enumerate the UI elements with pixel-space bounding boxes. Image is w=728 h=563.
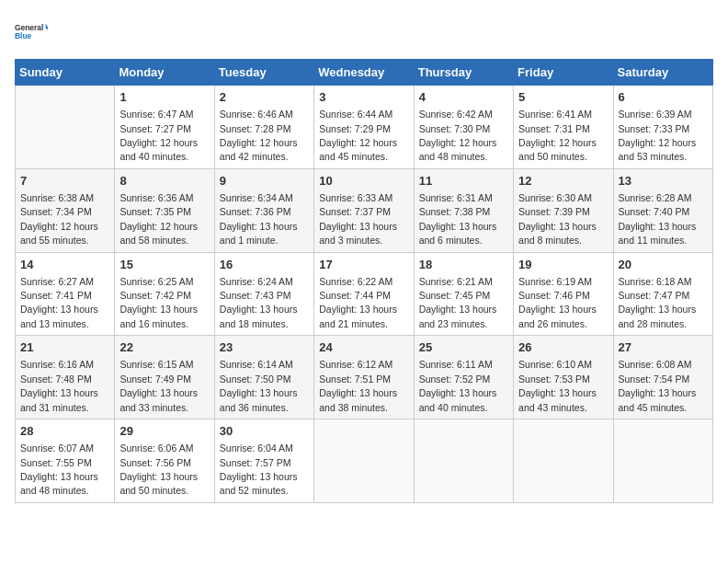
day-info: Sunrise: 6:42 AMSunset: 7:30 PMDaylight:…: [419, 109, 497, 162]
day-header-thursday: Thursday: [414, 60, 513, 86]
day-info: Sunrise: 6:44 AMSunset: 7:29 PMDaylight:…: [319, 109, 397, 162]
day-info: Sunrise: 6:41 AMSunset: 7:31 PMDaylight:…: [518, 109, 597, 162]
day-header-wednesday: Wednesday: [314, 60, 414, 86]
day-header-tuesday: Tuesday: [214, 60, 313, 86]
day-info: Sunrise: 6:31 AMSunset: 7:38 PMDaylight:…: [419, 192, 497, 246]
day-info: Sunrise: 6:19 AMSunset: 7:46 PMDaylight:…: [518, 276, 597, 329]
calendar-cell: [514, 419, 613, 503]
logo: General Blue: [15, 15, 48, 48]
day-info: Sunrise: 6:46 AMSunset: 7:28 PMDaylight:…: [220, 109, 298, 162]
day-info: Sunrise: 6:16 AMSunset: 7:48 PMDaylight:…: [20, 359, 98, 412]
day-number: 20: [619, 257, 708, 273]
week-row-1: 1Sunrise: 6:47 AMSunset: 7:27 PMDaylight…: [16, 86, 713, 169]
calendar-cell: 15Sunrise: 6:25 AMSunset: 7:42 PMDayligh…: [115, 252, 214, 336]
calendar-cell: 6Sunrise: 6:39 AMSunset: 7:33 PMDaylight…: [613, 86, 712, 169]
day-number: 12: [518, 173, 608, 190]
calendar-cell: 7Sunrise: 6:38 AMSunset: 7:34 PMDaylight…: [16, 168, 115, 252]
calendar-cell: 20Sunrise: 6:18 AMSunset: 7:47 PMDayligh…: [613, 252, 712, 336]
day-info: Sunrise: 6:38 AMSunset: 7:34 PMDaylight:…: [20, 192, 98, 246]
calendar-cell: 23Sunrise: 6:14 AMSunset: 7:50 PMDayligh…: [214, 336, 313, 419]
day-number: 25: [419, 339, 508, 356]
calendar-cell: 30Sunrise: 6:04 AMSunset: 7:57 PMDayligh…: [214, 419, 313, 503]
day-number: 1: [119, 89, 209, 106]
day-info: Sunrise: 6:22 AMSunset: 7:44 PMDaylight:…: [319, 276, 397, 329]
day-info: Sunrise: 6:14 AMSunset: 7:50 PMDaylight:…: [220, 359, 298, 412]
calendar-cell: 28Sunrise: 6:07 AMSunset: 7:55 PMDayligh…: [16, 419, 115, 503]
calendar-cell: [16, 86, 115, 169]
svg-marker-2: [46, 24, 48, 31]
calendar-cell: 26Sunrise: 6:10 AMSunset: 7:53 PMDayligh…: [514, 336, 613, 419]
calendar-cell: 29Sunrise: 6:06 AMSunset: 7:56 PMDayligh…: [115, 419, 214, 503]
day-info: Sunrise: 6:11 AMSunset: 7:52 PMDaylight:…: [419, 359, 497, 412]
day-number: 8: [119, 173, 209, 190]
calendar-cell: 18Sunrise: 6:21 AMSunset: 7:45 PMDayligh…: [414, 252, 513, 336]
day-info: Sunrise: 6:24 AMSunset: 7:43 PMDaylight:…: [220, 276, 298, 329]
day-number: 10: [319, 173, 408, 190]
svg-text:General: General: [15, 23, 43, 32]
day-number: 6: [619, 89, 708, 106]
day-info: Sunrise: 6:21 AMSunset: 7:45 PMDaylight:…: [419, 276, 497, 329]
day-header-saturday: Saturday: [613, 60, 712, 86]
day-number: 4: [419, 89, 508, 106]
day-number: 26: [518, 339, 608, 356]
calendar-cell: 2Sunrise: 6:46 AMSunset: 7:28 PMDaylight…: [214, 86, 313, 169]
calendar-cell: 25Sunrise: 6:11 AMSunset: 7:52 PMDayligh…: [414, 336, 513, 419]
calendar-cell: 8Sunrise: 6:36 AMSunset: 7:35 PMDaylight…: [115, 168, 214, 252]
day-number: 27: [619, 339, 708, 356]
day-info: Sunrise: 6:10 AMSunset: 7:53 PMDaylight:…: [518, 359, 597, 412]
calendar-cell: 4Sunrise: 6:42 AMSunset: 7:30 PMDaylight…: [414, 86, 513, 169]
calendar-cell: 14Sunrise: 6:27 AMSunset: 7:41 PMDayligh…: [16, 252, 115, 336]
day-number: 13: [619, 173, 708, 190]
day-info: Sunrise: 6:12 AMSunset: 7:51 PMDaylight:…: [319, 359, 397, 412]
week-row-2: 7Sunrise: 6:38 AMSunset: 7:34 PMDaylight…: [16, 168, 713, 252]
calendar-cell: [613, 419, 712, 503]
day-number: 9: [220, 173, 309, 190]
day-number: 16: [220, 257, 309, 273]
day-info: Sunrise: 6:34 AMSunset: 7:36 PMDaylight:…: [220, 192, 298, 246]
calendar-cell: 13Sunrise: 6:28 AMSunset: 7:40 PMDayligh…: [613, 168, 712, 252]
day-number: 22: [119, 339, 209, 356]
day-info: Sunrise: 6:36 AMSunset: 7:35 PMDaylight:…: [119, 192, 198, 246]
week-row-4: 21Sunrise: 6:16 AMSunset: 7:48 PMDayligh…: [16, 336, 713, 419]
day-info: Sunrise: 6:30 AMSunset: 7:39 PMDaylight:…: [518, 192, 597, 246]
day-info: Sunrise: 6:08 AMSunset: 7:54 PMDaylight:…: [619, 359, 697, 412]
week-row-5: 28Sunrise: 6:07 AMSunset: 7:55 PMDayligh…: [16, 419, 713, 503]
day-number: 21: [20, 339, 109, 356]
svg-text:Blue: Blue: [15, 31, 32, 40]
day-number: 14: [20, 257, 109, 273]
day-number: 2: [220, 89, 309, 106]
day-number: 5: [518, 89, 608, 106]
day-number: 17: [319, 257, 408, 273]
calendar-cell: 10Sunrise: 6:33 AMSunset: 7:37 PMDayligh…: [314, 168, 414, 252]
day-header-monday: Monday: [115, 60, 214, 86]
day-number: 7: [20, 173, 109, 190]
day-info: Sunrise: 6:28 AMSunset: 7:40 PMDaylight:…: [619, 192, 697, 246]
calendar-cell: [314, 419, 414, 503]
calendar-cell: 24Sunrise: 6:12 AMSunset: 7:51 PMDayligh…: [314, 336, 414, 419]
day-info: Sunrise: 6:25 AMSunset: 7:42 PMDaylight:…: [119, 276, 198, 329]
logo-icon: General Blue: [15, 15, 48, 48]
day-info: Sunrise: 6:27 AMSunset: 7:41 PMDaylight:…: [20, 276, 98, 329]
day-number: 30: [220, 423, 309, 440]
week-row-3: 14Sunrise: 6:27 AMSunset: 7:41 PMDayligh…: [16, 252, 713, 336]
calendar-cell: 5Sunrise: 6:41 AMSunset: 7:31 PMDaylight…: [514, 86, 613, 169]
calendar-cell: 16Sunrise: 6:24 AMSunset: 7:43 PMDayligh…: [214, 252, 313, 336]
day-number: 18: [419, 257, 508, 273]
calendar-cell: 19Sunrise: 6:19 AMSunset: 7:46 PMDayligh…: [514, 252, 613, 336]
day-info: Sunrise: 6:07 AMSunset: 7:55 PMDaylight:…: [20, 442, 98, 496]
day-number: 28: [20, 423, 109, 440]
day-info: Sunrise: 6:04 AMSunset: 7:57 PMDaylight:…: [220, 442, 298, 496]
calendar-cell: [414, 419, 513, 503]
calendar-cell: 27Sunrise: 6:08 AMSunset: 7:54 PMDayligh…: [613, 336, 712, 419]
day-header-sunday: Sunday: [16, 60, 115, 86]
day-info: Sunrise: 6:18 AMSunset: 7:47 PMDaylight:…: [619, 276, 697, 329]
calendar-cell: 22Sunrise: 6:15 AMSunset: 7:49 PMDayligh…: [115, 336, 214, 419]
day-number: 3: [319, 89, 408, 106]
day-info: Sunrise: 6:39 AMSunset: 7:33 PMDaylight:…: [619, 109, 697, 162]
header-row: SundayMondayTuesdayWednesdayThursdayFrid…: [16, 60, 713, 86]
calendar-cell: 3Sunrise: 6:44 AMSunset: 7:29 PMDaylight…: [314, 86, 414, 169]
calendar-cell: 9Sunrise: 6:34 AMSunset: 7:36 PMDaylight…: [214, 168, 313, 252]
calendar-cell: 17Sunrise: 6:22 AMSunset: 7:44 PMDayligh…: [314, 252, 414, 336]
day-number: 23: [220, 339, 309, 356]
day-number: 29: [119, 423, 209, 440]
